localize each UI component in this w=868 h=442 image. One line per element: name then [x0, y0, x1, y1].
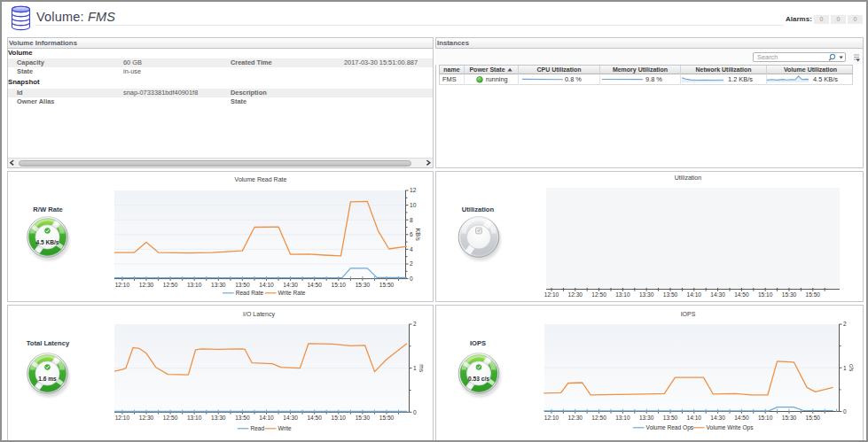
svg-text:13:50: 13:50	[663, 291, 678, 298]
svg-text:14:30: 14:30	[283, 282, 298, 288]
svg-text:13:50: 13:50	[235, 282, 250, 288]
svg-text:14:50: 14:50	[307, 282, 322, 288]
svg-text:Read: Read	[250, 425, 264, 431]
svg-text:IOPS: IOPS	[470, 339, 486, 347]
svg-text:Utilization: Utilization	[462, 205, 495, 213]
svg-text:12:30: 12:30	[568, 291, 583, 298]
svg-text:Volume Write Ops: Volume Write Ops	[707, 424, 755, 431]
svg-text:6: 6	[410, 231, 413, 237]
svg-text:KB/s: KB/s	[415, 229, 421, 242]
svg-text:13:50: 13:50	[663, 415, 678, 421]
svg-text:15:30: 15:30	[356, 282, 371, 288]
svg-text:15:50: 15:50	[379, 282, 395, 288]
svg-text:12:30: 12:30	[568, 415, 583, 421]
svg-text:2: 2	[410, 260, 413, 267]
svg-text:13:10: 13:10	[615, 291, 630, 298]
svg-text:Read Rate: Read Rate	[236, 290, 264, 296]
svg-text:12:30: 12:30	[139, 415, 154, 421]
svg-text:IOPS: IOPS	[681, 311, 696, 317]
svg-text:2: 2	[413, 321, 417, 327]
svg-text:Volume Read Ops: Volume Read Ops	[646, 424, 694, 431]
svg-text:15:30: 15:30	[782, 415, 797, 421]
svg-text:8: 8	[410, 217, 413, 223]
svg-text:13:30: 13:30	[211, 282, 226, 288]
svg-text:10: 10	[410, 202, 417, 208]
svg-text:15:30: 15:30	[356, 415, 371, 421]
svg-text:0: 0	[843, 408, 847, 415]
svg-text:0: 0	[413, 409, 417, 415]
svg-text:Write Rate: Write Rate	[278, 290, 306, 296]
svg-text:Volume Read Rate: Volume Read Rate	[235, 176, 287, 182]
svg-text:15:10: 15:10	[758, 415, 773, 421]
svg-text:12:10: 12:10	[544, 291, 559, 298]
svg-text:14:10: 14:10	[687, 291, 702, 298]
svg-text:14:10: 14:10	[259, 282, 274, 288]
svg-text:1.6 ms: 1.6 ms	[38, 376, 57, 382]
svg-text:12:10: 12:10	[544, 415, 559, 421]
svg-text:13:50: 13:50	[235, 415, 250, 421]
svg-text:0: 0	[410, 275, 413, 282]
svg-text:13:10: 13:10	[187, 282, 202, 288]
svg-text:12:50: 12:50	[163, 415, 178, 421]
svg-text:14:30: 14:30	[710, 291, 725, 298]
svg-text:ms: ms	[418, 364, 425, 372]
svg-text:13:30: 13:30	[639, 415, 654, 421]
svg-text:14:50: 14:50	[734, 291, 749, 298]
svg-text:12:50: 12:50	[591, 415, 606, 421]
svg-text:12:50: 12:50	[591, 291, 606, 298]
svg-text:c/s: c/s	[848, 364, 855, 372]
svg-text:13:30: 13:30	[639, 291, 654, 298]
svg-text:I/O Latency: I/O Latency	[243, 311, 275, 318]
svg-text:13:10: 13:10	[187, 415, 202, 421]
svg-text:14:10: 14:10	[259, 415, 274, 421]
svg-text:15:50: 15:50	[806, 291, 821, 298]
svg-text:1: 1	[413, 365, 417, 371]
svg-text:0.53 c/s: 0.53 c/s	[468, 376, 489, 382]
svg-text:15:30: 15:30	[782, 291, 797, 298]
svg-text:13:30: 13:30	[211, 415, 226, 421]
svg-text:R/W Rate: R/W Rate	[33, 205, 62, 213]
svg-text:14:50: 14:50	[734, 415, 749, 421]
svg-text:14:50: 14:50	[307, 415, 322, 421]
svg-text:Total Latency: Total Latency	[27, 339, 70, 347]
svg-text:14:30: 14:30	[283, 415, 298, 421]
svg-text:4: 4	[410, 246, 413, 252]
svg-text:15:10: 15:10	[332, 415, 347, 421]
svg-text:12:10: 12:10	[115, 415, 130, 421]
svg-text:12:30: 12:30	[139, 282, 154, 288]
svg-text:15:50: 15:50	[379, 415, 395, 421]
svg-text:13:10: 13:10	[615, 415, 630, 421]
svg-text:2: 2	[843, 321, 847, 327]
svg-text:14:30: 14:30	[710, 415, 725, 421]
svg-text:Utilization: Utilization	[675, 174, 701, 181]
svg-text:12:10: 12:10	[115, 282, 130, 288]
svg-text:12:50: 12:50	[163, 282, 178, 288]
svg-text:12: 12	[410, 187, 417, 193]
svg-text:15:10: 15:10	[332, 282, 347, 288]
svg-text:15:50: 15:50	[806, 415, 821, 421]
svg-text:14:10: 14:10	[687, 415, 702, 421]
svg-text:4.5 KB/s: 4.5 KB/s	[35, 239, 59, 245]
svg-text:1: 1	[843, 365, 847, 371]
svg-text:15:10: 15:10	[758, 291, 773, 298]
svg-text:Write: Write	[278, 425, 293, 431]
